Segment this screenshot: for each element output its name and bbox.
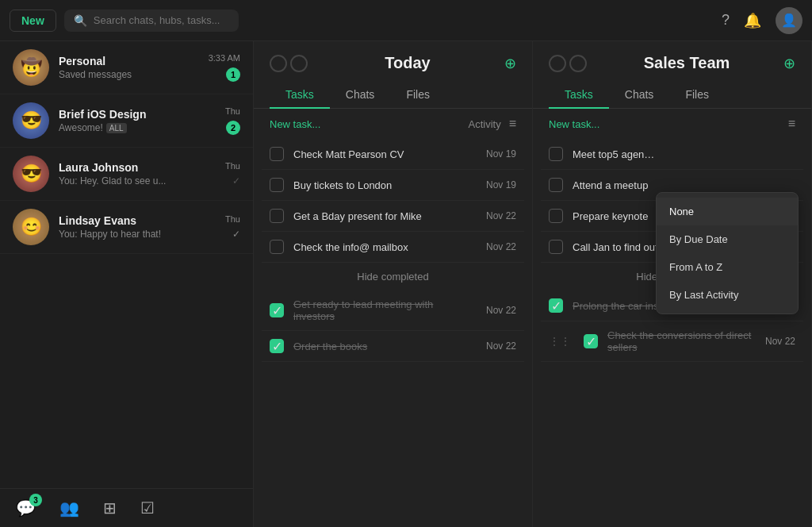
apps-nav-icon[interactable]: ⊞	[103, 498, 117, 517]
today-tab-files[interactable]: Files	[390, 82, 446, 109]
chat-item-brief[interactable]: 😎 Brief iOS Design Awesome! ALL Thu 2	[0, 94, 253, 148]
chat-item-laura[interactable]: 😎 Laura Johnson You: Hey. Glad to see u.…	[0, 148, 253, 201]
sales-task-text-1: Attend a meetup	[573, 179, 795, 191]
sales-task-text-0: Meet top5 agen…	[573, 148, 795, 160]
sales-new-task-button[interactable]: New task...	[549, 118, 780, 130]
chat-nav-badge: 3	[29, 494, 42, 506]
sales-task-checkbox-0[interactable]	[549, 147, 563, 161]
avatar-laura: 😎	[13, 156, 49, 192]
sales-tab-files[interactable]: Files	[669, 82, 725, 109]
chat-list: 🤠 Personal Saved messages 3:33 AM 1 😎 Br…	[0, 41, 253, 488]
user-avatar[interactable]: 👤	[776, 7, 802, 34]
notifications-icon[interactable]: 🔔	[744, 12, 761, 29]
task-checkbox-1[interactable]	[270, 178, 284, 192]
bottom-nav: 💬 3 👥 ⊞ ☑	[0, 488, 253, 527]
task-date-3: Nov 22	[486, 241, 516, 252]
chat-info-laura: Laura Johnson You: Hey. Glad to see u...	[59, 161, 216, 187]
sales-tab-tasks[interactable]: Tasks	[549, 82, 609, 109]
chat-meta-brief: Thu 2	[225, 106, 240, 135]
dropdown-item-lastactivity[interactable]: By Last Activity	[657, 281, 798, 309]
sales-hub: Sales Team ⊕ Tasks Chats Files New task.…	[533, 41, 812, 527]
chat-time-laura: Thu	[225, 161, 240, 171]
sales-filter-icon[interactable]: ≡	[788, 117, 795, 131]
main-layout: 🤠 Personal Saved messages 3:33 AM 1 😎 Br…	[0, 41, 812, 527]
search-icon: 🔍	[74, 14, 87, 27]
chat-meta-lindsay: Thu ✓	[225, 214, 240, 240]
drag-handle[interactable]: ⋮⋮	[549, 335, 571, 348]
today-new-task-button[interactable]: New task...	[270, 118, 460, 130]
task-date-c0: Nov 22	[486, 305, 516, 316]
task-date-0: Nov 19	[486, 148, 516, 160]
sales-hub-tabs: Tasks Chats Files	[533, 82, 811, 109]
today-activity-label: Activity	[468, 118, 500, 130]
chat-preview-lindsay: You: Happy to hear that!	[59, 229, 216, 240]
task-date-c1: Nov 22	[486, 340, 516, 352]
chat-preview-brief: Awesome! ALL	[59, 122, 216, 133]
sort-dropdown: None By Due Date From A to Z By Last Act…	[656, 192, 799, 314]
search-input[interactable]	[94, 14, 229, 26]
task-text-0: Check Matt Pearson CV	[293, 148, 477, 160]
today-circle-2[interactable]	[290, 55, 308, 72]
sales-tab-chats[interactable]: Chats	[609, 82, 670, 109]
chat-item-personal[interactable]: 🤠 Personal Saved messages 3:33 AM 1	[0, 41, 253, 94]
sales-task-item-completed: ⋮⋮ ✓ Check the conversions of direct sel…	[541, 321, 803, 362]
sales-hub-title: Sales Team	[599, 54, 774, 72]
chat-name-lindsay: Lindsay Evans	[59, 214, 216, 227]
sales-add-icon[interactable]: ⊕	[783, 55, 795, 72]
chat-preview-personal: Saved messages	[59, 69, 199, 80]
avatar-brief: 😎	[13, 102, 49, 139]
tasks-nav-icon[interactable]: ☑	[140, 498, 155, 517]
task-checkbox-c1[interactable]: ✓	[270, 339, 284, 353]
search-bar: 🔍	[64, 10, 239, 32]
today-filter-icon[interactable]: ≡	[509, 117, 516, 131]
chat-name-brief: Brief iOS Design	[59, 108, 216, 121]
chat-name-laura: Laura Johnson	[59, 161, 216, 174]
sales-task-checkbox-c0[interactable]: ✓	[549, 298, 563, 313]
chat-meta-personal: 3:33 AM 1	[209, 53, 240, 82]
sales-circle-1[interactable]	[549, 55, 566, 72]
task-date-1: Nov 19	[486, 179, 516, 190]
sales-hub-header: Sales Team ⊕	[533, 41, 811, 72]
contacts-nav-icon[interactable]: 👥	[59, 498, 79, 517]
dropdown-item-duedate[interactable]: By Due Date	[657, 225, 798, 253]
today-tab-chats[interactable]: Chats	[330, 82, 391, 109]
sales-task-checkbox-1[interactable]	[549, 178, 563, 192]
new-button[interactable]: New	[10, 10, 56, 32]
today-hub-header: Today ⊕	[254, 41, 532, 72]
task-checkbox-2[interactable]	[270, 209, 284, 223]
task-text-c0: Get ready to lead meeting with investors	[293, 298, 477, 322]
sales-task-checkbox-3[interactable]	[549, 240, 563, 254]
today-hide-completed[interactable]: Hide completed	[262, 263, 524, 290]
tag-all: ALL	[106, 123, 127, 133]
dropdown-item-atoz[interactable]: From A to Z	[657, 253, 798, 281]
today-circle-1[interactable]	[270, 55, 287, 72]
task-checkbox-c0[interactable]: ✓	[270, 303, 284, 317]
today-tab-tasks[interactable]: Tasks	[270, 82, 330, 109]
today-hub-title: Today	[320, 54, 495, 72]
task-item: Check Matt Pearson CV Nov 19	[262, 139, 524, 170]
task-item-completed: ✓ Order the books Nov 22	[262, 331, 524, 362]
dropdown-item-none[interactable]: None	[657, 198, 798, 225]
chat-info-personal: Personal Saved messages	[59, 55, 199, 80]
today-hub-tabs: Tasks Chats Files	[254, 82, 532, 109]
help-icon[interactable]: ?	[722, 12, 730, 29]
top-bar: New 🔍 ? 🔔 👤	[0, 0, 812, 41]
today-add-icon[interactable]: ⊕	[504, 55, 516, 72]
top-bar-right: ? 🔔 👤	[722, 7, 802, 34]
chat-nav-icon[interactable]: 💬 3	[16, 498, 36, 517]
sales-circle-2[interactable]	[569, 55, 587, 72]
chat-time-brief: Thu	[225, 106, 240, 116]
task-date-2: Nov 22	[486, 210, 516, 221]
sales-task-text-c1: Check the conversions of direct sellers	[607, 329, 756, 353]
avatar-lindsay: 😊	[13, 209, 49, 245]
today-hub: Today ⊕ Tasks Chats Files New task... Ac…	[254, 41, 533, 527]
chat-time-personal: 3:33 AM	[209, 53, 240, 63]
task-checkbox-3[interactable]	[270, 240, 284, 254]
today-task-list: Check Matt Pearson CV Nov 19 Buy tickets…	[254, 139, 532, 527]
sales-task-checkbox-2[interactable]	[549, 209, 563, 223]
sales-task-checkbox-c1[interactable]: ✓	[584, 334, 598, 348]
chat-item-lindsay[interactable]: 😊 Lindsay Evans You: Happy to hear that!…	[0, 201, 253, 254]
task-checkbox-0[interactable]	[270, 147, 284, 161]
chat-info-lindsay: Lindsay Evans You: Happy to hear that!	[59, 214, 216, 240]
chat-time-lindsay: Thu	[225, 214, 240, 224]
